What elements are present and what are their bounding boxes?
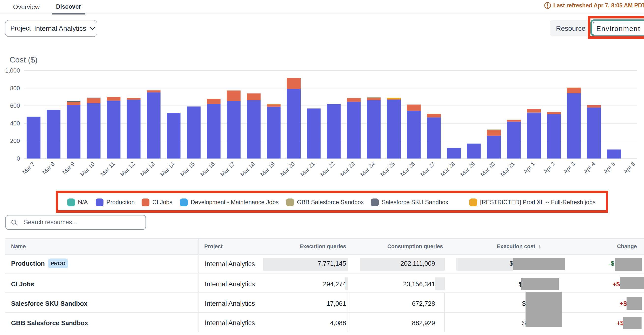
svg-text:Mar 9: Mar 9 <box>61 161 76 175</box>
svg-text:Mar 25: Mar 25 <box>379 161 396 178</box>
svg-text:Mar 16: Mar 16 <box>199 161 216 178</box>
svg-text:400: 400 <box>10 120 20 127</box>
svg-text:Apr 1: Apr 1 <box>522 161 536 175</box>
svg-text:Mar 14: Mar 14 <box>159 161 176 178</box>
svg-text:Mar 28: Mar 28 <box>439 161 456 178</box>
svg-text:Mar 19: Mar 19 <box>259 161 276 178</box>
svg-text:Mar 7: Mar 7 <box>21 161 36 175</box>
svg-text:0: 0 <box>17 155 20 162</box>
svg-text:Apr 3: Apr 3 <box>562 161 576 175</box>
svg-text:Mar 8: Mar 8 <box>41 161 56 175</box>
svg-text:Mar 26: Mar 26 <box>399 161 416 178</box>
svg-text:Mar 22: Mar 22 <box>319 161 336 178</box>
svg-text:Mar 21: Mar 21 <box>299 161 316 178</box>
svg-text:800: 800 <box>10 85 20 92</box>
svg-text:Mar 30: Mar 30 <box>479 161 496 178</box>
svg-text:200: 200 <box>10 138 20 144</box>
svg-text:Mar 29: Mar 29 <box>459 161 476 178</box>
svg-text:Mar 11: Mar 11 <box>99 161 116 177</box>
svg-text:Mar 10: Mar 10 <box>79 161 96 178</box>
svg-text:Apr 4: Apr 4 <box>582 161 596 175</box>
svg-text:Mar 13: Mar 13 <box>139 161 156 178</box>
svg-text:Mar 23: Mar 23 <box>339 161 356 178</box>
svg-text:600: 600 <box>10 102 20 109</box>
svg-text:Mar 18: Mar 18 <box>239 161 256 178</box>
svg-text:Mar 12: Mar 12 <box>119 161 136 178</box>
svg-text:Mar 20: Mar 20 <box>279 161 296 178</box>
svg-text:Apr 2: Apr 2 <box>542 161 556 175</box>
svg-text:1,000: 1,000 <box>5 67 20 74</box>
svg-text:Apr 5: Apr 5 <box>602 161 616 175</box>
svg-text:Mar 31: Mar 31 <box>499 161 516 178</box>
svg-text:Apr 6: Apr 6 <box>622 161 636 175</box>
svg-text:Mar 24: Mar 24 <box>359 161 376 178</box>
svg-text:Mar 17: Mar 17 <box>219 161 236 178</box>
svg-text:Mar 15: Mar 15 <box>179 161 196 178</box>
svg-text:Mar 27: Mar 27 <box>419 161 436 178</box>
